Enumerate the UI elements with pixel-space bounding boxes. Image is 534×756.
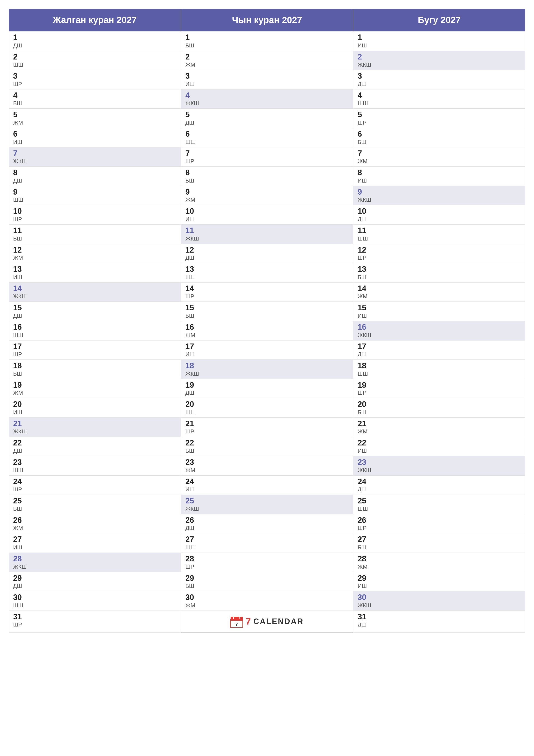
day-number: 10 bbox=[13, 207, 22, 216]
day-abbr: БШ bbox=[13, 235, 22, 242]
day-content: 24ШР bbox=[13, 477, 22, 493]
day-number: 20 bbox=[185, 400, 196, 409]
day-number: 7 bbox=[185, 149, 194, 158]
day-row: 27ИШ bbox=[9, 533, 181, 553]
day-abbr: ЖКШ bbox=[185, 370, 199, 377]
day-abbr: ЖМ bbox=[185, 602, 195, 609]
day-number: 14 bbox=[358, 284, 368, 293]
day-row: 25ШШ bbox=[353, 495, 525, 514]
day-number: 23 bbox=[13, 458, 23, 467]
day-content: 5ЖМ bbox=[13, 110, 23, 126]
day-abbr: ШШ bbox=[13, 332, 23, 338]
day-content: 19ШР bbox=[358, 381, 367, 396]
day-content: 27ИШ bbox=[13, 535, 22, 551]
day-abbr: ШР bbox=[13, 486, 22, 493]
day-row: 30ЖКШ bbox=[353, 591, 525, 611]
day-abbr: ЖМ bbox=[185, 467, 195, 474]
day-abbr: БШ bbox=[358, 544, 367, 551]
day-row: 8ИШ bbox=[353, 167, 525, 186]
day-number: 6 bbox=[358, 130, 367, 138]
day-abbr: ШШ bbox=[358, 100, 368, 107]
day-abbr: БШ bbox=[185, 177, 194, 184]
day-number: 10 bbox=[185, 207, 195, 216]
day-abbr: ШШ bbox=[13, 467, 23, 474]
day-abbr: ШР bbox=[13, 621, 22, 628]
day-abbr: ДШ bbox=[13, 447, 22, 454]
day-content: 29ИШ bbox=[358, 574, 367, 590]
day-abbr: ШШ bbox=[358, 370, 368, 377]
day-number: 17 bbox=[185, 342, 195, 351]
day-content: 28ШР bbox=[185, 554, 194, 570]
day-row: 17ИШ bbox=[181, 340, 353, 360]
day-content: 22ИШ bbox=[358, 439, 367, 454]
day-number: 30 bbox=[358, 593, 371, 602]
day-row: 2ЖМ bbox=[181, 51, 353, 70]
day-abbr: ИШ bbox=[358, 42, 367, 49]
day-content: 29ДШ bbox=[13, 574, 22, 590]
day-row: 9ЖМ bbox=[181, 186, 353, 205]
day-abbr: ЖМ bbox=[13, 255, 23, 261]
day-row: 31ДШ bbox=[353, 611, 525, 630]
day-content: 5ДШ bbox=[185, 110, 194, 126]
day-number: 15 bbox=[358, 304, 367, 312]
day-row: 15ДШ bbox=[9, 302, 181, 321]
day-number: 1 bbox=[358, 33, 367, 42]
day-row: 29ИШ bbox=[353, 572, 525, 592]
day-number: 17 bbox=[358, 342, 367, 351]
day-abbr: ИШ bbox=[13, 139, 22, 146]
day-content: 1ДШ bbox=[13, 33, 22, 49]
day-row: 24ШР bbox=[9, 475, 181, 495]
day-abbr: ИШ bbox=[358, 583, 367, 589]
day-row: 11ШШ bbox=[353, 225, 525, 244]
day-row: 19ДШ bbox=[181, 379, 353, 398]
day-content: 8ДШ bbox=[13, 168, 22, 184]
month-header-1: Чын куран 2027 bbox=[181, 9, 353, 32]
day-row: 14ШР bbox=[181, 283, 353, 302]
month-column-1: Чын куран 20271БШ2ЖМ3ИШ4ЖКШ5ДШ6ШШ7ШР8БШ9… bbox=[181, 9, 353, 633]
day-row: 15БШ bbox=[181, 302, 353, 321]
day-number: 21 bbox=[185, 419, 194, 428]
day-row: 1ДШ bbox=[9, 32, 181, 51]
day-number: 24 bbox=[185, 477, 195, 486]
day-row: 5ДШ bbox=[181, 109, 353, 128]
day-row: 26ШР bbox=[353, 514, 525, 534]
day-abbr: ДШ bbox=[358, 486, 367, 493]
day-content: 9ЖМ bbox=[185, 188, 195, 203]
day-row: 7ЖКШ bbox=[9, 148, 181, 167]
day-content: 1ИШ bbox=[358, 33, 367, 49]
day-row: 4БШ bbox=[9, 90, 181, 109]
day-abbr: ШР bbox=[185, 293, 194, 300]
day-content: 15ДШ bbox=[13, 304, 22, 319]
day-content: 23ШШ bbox=[13, 458, 23, 474]
months-grid: Жалган куран 20271ДШ2ШШ3ШР4БШ5ЖМ6ИШ7ЖКШ8… bbox=[9, 9, 525, 633]
day-row: 8ДШ bbox=[9, 167, 181, 186]
day-content: 15ИШ bbox=[358, 304, 367, 319]
day-abbr: БШ bbox=[358, 274, 367, 281]
day-abbr: ЖКШ bbox=[358, 467, 371, 474]
day-row: 21ШР bbox=[181, 418, 353, 437]
day-number: 13 bbox=[13, 265, 22, 274]
day-abbr: ШШ bbox=[185, 139, 196, 146]
day-number: 3 bbox=[358, 72, 367, 80]
day-row: 21ЖКШ bbox=[9, 418, 181, 437]
day-number: 15 bbox=[185, 304, 194, 312]
day-row: 14ЖКШ bbox=[9, 283, 181, 302]
day-number: 7 bbox=[13, 149, 27, 158]
day-abbr: ИШ bbox=[13, 544, 22, 551]
day-abbr: ИШ bbox=[358, 447, 367, 454]
day-content: 3ШР bbox=[13, 72, 22, 88]
day-content: 25ЖКШ bbox=[185, 497, 199, 512]
day-row: 8БШ bbox=[181, 167, 353, 186]
day-number: 16 bbox=[358, 323, 371, 332]
day-content: 8ИШ bbox=[358, 168, 367, 184]
day-abbr: ИШ bbox=[185, 486, 195, 493]
day-abbr: БШ bbox=[13, 505, 22, 512]
day-content: 7ЖМ bbox=[358, 149, 368, 165]
day-content: 29БШ bbox=[185, 574, 194, 590]
day-abbr: ИШ bbox=[13, 274, 22, 281]
day-row: 22ИШ bbox=[353, 437, 525, 456]
day-content: 14ШР bbox=[185, 284, 194, 300]
day-content: 6ШШ bbox=[185, 130, 196, 146]
day-abbr: ЖКШ bbox=[185, 505, 199, 512]
day-row: 2ШШ bbox=[9, 51, 181, 70]
